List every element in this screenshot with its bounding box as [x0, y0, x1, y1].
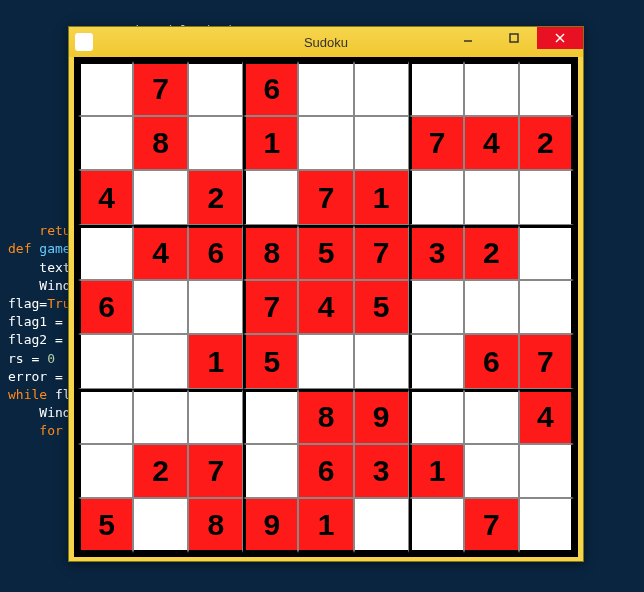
sudoku-cell[interactable]: 4	[133, 225, 188, 280]
sudoku-cell[interactable]	[519, 444, 574, 499]
sudoku-cell[interactable]: 1	[354, 170, 409, 225]
sudoku-cell[interactable]: 2	[133, 444, 188, 499]
sudoku-cell[interactable]: 7	[519, 334, 574, 389]
window-titlebar[interactable]: Sudoku	[69, 27, 583, 57]
sudoku-window: Sudoku 768174242714685732674515678942763…	[68, 26, 584, 562]
sudoku-cell[interactable]: 9	[354, 389, 409, 444]
sudoku-cell[interactable]	[298, 61, 353, 116]
sudoku-cell[interactable]	[298, 334, 353, 389]
sudoku-cell[interactable]: 8	[133, 116, 188, 171]
sudoku-cell[interactable]: 2	[464, 225, 519, 280]
sudoku-cell[interactable]	[519, 280, 574, 335]
sudoku-cell[interactable]	[78, 225, 133, 280]
sudoku-cell[interactable]: 7	[409, 116, 464, 171]
sudoku-cell[interactable]	[243, 170, 298, 225]
sudoku-cell[interactable]: 4	[78, 170, 133, 225]
sudoku-cell[interactable]: 5	[243, 334, 298, 389]
sudoku-cell[interactable]: 3	[354, 444, 409, 499]
sudoku-cell[interactable]	[519, 170, 574, 225]
sudoku-cell[interactable]	[133, 170, 188, 225]
sudoku-cell[interactable]	[409, 389, 464, 444]
sudoku-cell[interactable]	[409, 334, 464, 389]
sudoku-cell[interactable]	[464, 61, 519, 116]
sudoku-cell[interactable]	[409, 280, 464, 335]
sudoku-cell[interactable]	[464, 389, 519, 444]
sudoku-cell[interactable]: 6	[464, 334, 519, 389]
sudoku-cell[interactable]	[464, 444, 519, 499]
sudoku-cell[interactable]: 1	[243, 116, 298, 171]
sudoku-board[interactable]: 768174242714685732674515678942763158917	[78, 61, 574, 553]
sudoku-cell[interactable]	[354, 334, 409, 389]
sudoku-cell[interactable]: 2	[188, 170, 243, 225]
window-controls	[445, 27, 583, 49]
sudoku-board-container: 768174242714685732674515678942763158917	[74, 57, 578, 557]
sudoku-cell[interactable]	[354, 61, 409, 116]
sudoku-cell[interactable]: 7	[188, 444, 243, 499]
sudoku-cell[interactable]: 2	[519, 116, 574, 171]
sudoku-cell[interactable]	[354, 498, 409, 553]
sudoku-cell[interactable]	[78, 116, 133, 171]
sudoku-cell[interactable]	[188, 116, 243, 171]
sudoku-cell[interactable]	[133, 389, 188, 444]
sudoku-cell[interactable]	[188, 61, 243, 116]
sudoku-cell[interactable]	[519, 225, 574, 280]
close-icon	[555, 33, 565, 43]
svg-rect-1	[510, 34, 518, 42]
sudoku-cell[interactable]	[133, 334, 188, 389]
window-icon	[75, 33, 93, 51]
sudoku-cell[interactable]	[133, 498, 188, 553]
sudoku-cell[interactable]	[78, 444, 133, 499]
maximize-button[interactable]	[491, 27, 537, 49]
sudoku-cell[interactable]	[188, 389, 243, 444]
sudoku-cell[interactable]	[464, 170, 519, 225]
sudoku-cell[interactable]: 3	[409, 225, 464, 280]
sudoku-cell[interactable]: 5	[298, 225, 353, 280]
maximize-icon	[509, 33, 519, 43]
minimize-button[interactable]	[445, 27, 491, 49]
sudoku-cell[interactable]	[464, 280, 519, 335]
sudoku-cell[interactable]	[409, 61, 464, 116]
sudoku-cell[interactable]	[409, 170, 464, 225]
sudoku-cell[interactable]	[78, 61, 133, 116]
sudoku-cell[interactable]: 8	[243, 225, 298, 280]
sudoku-cell[interactable]	[243, 389, 298, 444]
sudoku-cell[interactable]: 4	[298, 280, 353, 335]
sudoku-cell[interactable]	[298, 116, 353, 171]
sudoku-cell[interactable]: 7	[464, 498, 519, 553]
sudoku-cell[interactable]: 7	[243, 280, 298, 335]
sudoku-cell[interactable]	[354, 116, 409, 171]
sudoku-cell[interactable]: 4	[519, 389, 574, 444]
sudoku-cell[interactable]: 4	[464, 116, 519, 171]
sudoku-cell[interactable]	[188, 280, 243, 335]
sudoku-cell[interactable]: 9	[243, 498, 298, 553]
sudoku-cell[interactable]	[243, 444, 298, 499]
sudoku-cell[interactable]: 1	[409, 444, 464, 499]
sudoku-cell[interactable]: 8	[298, 389, 353, 444]
sudoku-cell[interactable]	[133, 280, 188, 335]
sudoku-cell[interactable]: 7	[298, 170, 353, 225]
sudoku-cell[interactable]: 7	[133, 61, 188, 116]
sudoku-cell[interactable]: 5	[354, 280, 409, 335]
minimize-icon	[463, 33, 473, 43]
sudoku-cell[interactable]: 7	[354, 225, 409, 280]
sudoku-cell[interactable]: 1	[298, 498, 353, 553]
sudoku-cell[interactable]: 6	[188, 225, 243, 280]
sudoku-cell[interactable]	[519, 61, 574, 116]
close-button[interactable]	[537, 27, 583, 49]
sudoku-cell[interactable]	[409, 498, 464, 553]
sudoku-cell[interactable]: 6	[243, 61, 298, 116]
sudoku-cell[interactable]: 6	[298, 444, 353, 499]
sudoku-cell[interactable]	[78, 334, 133, 389]
sudoku-cell[interactable]: 5	[78, 498, 133, 553]
sudoku-cell[interactable]: 1	[188, 334, 243, 389]
sudoku-cell[interactable]: 6	[78, 280, 133, 335]
sudoku-cell[interactable]: 8	[188, 498, 243, 553]
sudoku-cell[interactable]	[519, 498, 574, 553]
sudoku-cell[interactable]	[78, 389, 133, 444]
